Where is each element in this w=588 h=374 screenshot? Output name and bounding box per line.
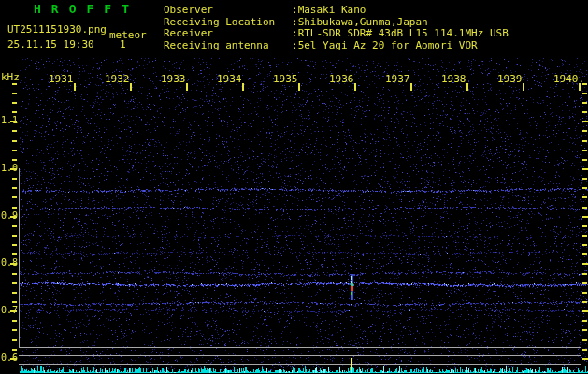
freq-tick-label-0p9: 0.9 xyxy=(0,210,18,222)
time-tick-label-1935: 1935 xyxy=(273,74,298,85)
info-colon: : xyxy=(292,5,298,17)
capture-datetime: 25.11.15 19:30 xyxy=(7,39,94,50)
time-tick-label-1939: 1939 xyxy=(497,74,523,85)
time-tick-label-1938: 1938 xyxy=(441,74,466,85)
freq-tick-label-0p8: 0.8 xyxy=(0,257,18,268)
time-tick-label-1936: 1936 xyxy=(329,74,354,85)
info-row-antenna: Receiving antenna:5el Yagi Az 20 for Aom… xyxy=(164,40,509,52)
image-counter: 1 xyxy=(120,39,126,50)
info-row-receiver: Receiver:RTL-SDR SDR# 43dB L15 114.1MHz … xyxy=(164,28,509,40)
freq-tick-label-0p7: 0.7 xyxy=(0,305,18,316)
time-tick-label-1933: 1933 xyxy=(161,74,186,85)
time-tick-label-1937: 1937 xyxy=(385,74,410,85)
time-tick-label-1931: 1931 xyxy=(49,74,74,85)
time-tick-label-1934: 1934 xyxy=(217,74,242,85)
station-info-table: Observer:Masaki Kano Receiving Location:… xyxy=(164,5,509,51)
time-tick-label-1940: 1940. xyxy=(553,74,584,85)
spectrogram-canvas xyxy=(0,0,588,374)
info-label-antenna: Receiving antenna xyxy=(164,40,292,52)
info-label-observer: Observer xyxy=(164,5,292,17)
freq-tick-label-1p1: 1.1 xyxy=(0,115,18,126)
info-colon: : xyxy=(292,40,298,52)
observation-name: meteor xyxy=(108,30,148,41)
info-value-antenna: 5el Yagi Az 20 for Aomori VOR xyxy=(298,40,478,52)
info-colon: : xyxy=(292,28,298,40)
info-value-observer: Masaki Kano xyxy=(298,5,366,17)
output-filename: UT2511151930.png xyxy=(7,24,107,36)
freq-tick-label-1p0: 1.0 xyxy=(0,163,18,174)
time-tick-label-1932: 1932 xyxy=(105,74,130,85)
info-row-observer: Observer:Masaki Kano xyxy=(164,5,509,17)
hrofft-window: HROFFT UT2511151930.png meteor 25.11.15 … xyxy=(0,0,588,374)
freq-tick-label-0p6: 0.6 xyxy=(0,352,18,364)
info-label-receiver: Receiver xyxy=(164,28,292,40)
info-value-receiver: RTL-SDR SDR# 43dB L15 114.1MHz USB xyxy=(298,28,509,40)
app-title: HROFFT xyxy=(34,4,139,15)
frequency-unit-label: kHz xyxy=(1,72,20,83)
